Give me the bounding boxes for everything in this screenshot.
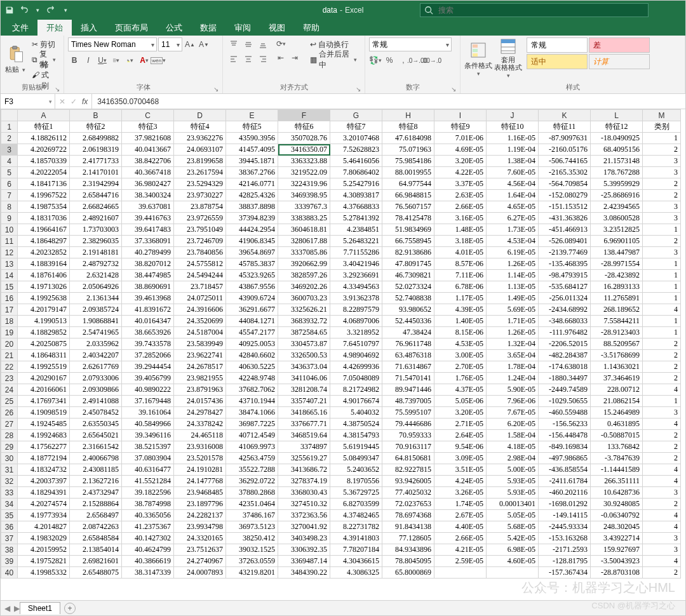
cell[interactable]: 77.128605 [382,533,434,544]
cell[interactable]: 3507028.76 [278,133,330,144]
cell[interactable]: 76.5607157 [382,201,434,213]
cell[interactable]: 23.878754 [174,201,226,213]
cell[interactable]: 4.37E-05 [434,384,487,396]
cell[interactable]: 1 [643,316,681,327]
row-header[interactable]: 16 [1,293,18,304]
cell[interactable]: 3.26E-05 [434,487,487,499]
cell[interactable]: 159.927697 [591,544,643,556]
cell[interactable]: 42840.6602 [226,350,278,361]
cell[interactable]: 38.3400324 [122,190,174,201]
cell[interactable]: -436.858554 [539,464,591,476]
qat-customize-icon[interactable]: ▾ [60,5,71,15]
cell[interactable]: 4.19875354 [18,201,70,213]
cell[interactable]: 39.2944454 [122,361,174,373]
row-header[interactable]: 4 [1,156,18,167]
cell[interactable]: -535.684127 [539,281,591,293]
formula-input[interactable]: 3416350.0700468 [92,94,685,109]
cell[interactable]: 1 [643,270,681,281]
cell[interactable]: 1.64E-04 [487,190,539,201]
cell[interactable]: -2160.05176 [539,144,591,156]
cell[interactable]: 4.20222054 [18,167,70,178]
cell[interactable]: -506.744165 [539,156,591,167]
cell[interactable]: 2.48921607 [70,213,122,224]
cell[interactable]: 4.19925638 [18,293,70,304]
cell[interactable]: 40712.4549 [226,430,278,441]
cell[interactable]: 4.19098519 [18,407,70,418]
row-header[interactable]: 17 [1,304,18,316]
decrease-font-icon[interactable]: A▼ [198,38,210,51]
cell[interactable]: 4.20290167 [18,373,70,384]
column-header[interactable]: A [18,110,70,121]
row-header[interactable]: 24 [1,384,18,396]
cell[interactable]: 24.3320165 [174,533,226,544]
cell[interactable]: 1.26E-05 [487,258,539,270]
cell[interactable]: 133.76842 [591,441,643,453]
cell[interactable]: 3.00E-05 [434,350,487,361]
cell[interactable]: 8.21724982 [330,384,382,396]
cell[interactable]: 3 [643,544,681,556]
cell[interactable]: 24.0157436 [174,396,226,407]
cell[interactable]: 78.8045095 [382,556,434,567]
cell[interactable]: -1880.34497 [539,373,591,384]
cell[interactable]: 7.80686402 [330,167,382,178]
cell[interactable]: 41906.8345 [226,236,278,247]
cell[interactable]: 4.37482465 [330,510,382,521]
cell[interactable]: 3.3218952 [330,327,382,338]
row-header[interactable]: 8 [1,201,18,213]
cell[interactable]: 3304573.87 [278,338,330,350]
cell[interactable]: 2.98E-04 [487,453,539,464]
cell[interactable]: 5.61919445 [330,441,382,453]
cell[interactable]: 4.20179147 [18,304,70,316]
cell[interactable]: 2.43732947 [70,487,122,499]
cell[interactable]: 3306392.35 [278,544,330,556]
cell[interactable]: 23.7246709 [174,236,226,247]
cell[interactable]: 3600703.23 [278,293,330,304]
cell[interactable]: 47.6184098 [382,133,434,144]
cell[interactable]: 38837.8898 [226,201,278,213]
cell[interactable]: 6.27E-05 [487,213,539,224]
cell[interactable]: -0.50887015 [591,430,643,441]
cell[interactable]: 37.3368091 [122,236,174,247]
cell[interactable]: 1.90868841 [70,316,122,327]
cell[interactable]: 1.76E-05 [434,373,487,384]
cell[interactable]: 5.00E-05 [487,464,539,476]
cell[interactable]: 6.20E-05 [487,418,539,430]
cell[interactable]: 1.17E-05 [434,293,487,304]
row-header[interactable]: 22 [1,361,18,373]
row-header[interactable]: 10 [1,224,18,236]
cell[interactable]: 3 [643,533,681,544]
cell[interactable]: 3.18E-05 [434,236,487,247]
cell[interactable]: 1.19E-04 [487,144,539,156]
cell[interactable]: 82.9138686 [382,247,434,258]
cell[interactable]: 2 [643,338,681,350]
cell[interactable]: 3469398.95 [278,190,330,201]
cell[interactable]: 16.2893133 [591,281,643,293]
row-header[interactable]: 23 [1,373,18,384]
cell[interactable]: -2139.77469 [539,247,591,258]
cell[interactable]: 2 [643,373,681,384]
cell[interactable]: 23.7951049 [174,224,226,236]
cell[interactable]: 24.5755812 [174,258,226,270]
cell[interactable]: 4 [643,304,681,316]
cell[interactable]: 39.4613968 [122,293,174,304]
cell[interactable]: 3.29236691 [330,270,382,281]
row-header[interactable]: 37 [1,533,18,544]
cell[interactable]: 75.9854186 [382,156,434,167]
align-center-icon[interactable] [241,52,255,66]
cell[interactable]: 2.69821601 [70,556,122,567]
cell[interactable]: 2.54741965 [70,327,122,338]
cell[interactable]: 91.8434138 [382,521,434,533]
cell[interactable]: 4.98904692 [330,350,382,361]
cell[interactable]: 48.7397005 [382,396,434,407]
cell[interactable]: 1 [643,224,681,236]
cell[interactable]: 4.19713026 [18,281,70,293]
cell[interactable]: 1.14363021 [591,361,643,373]
cell[interactable]: 4 [643,476,681,487]
cell[interactable]: 36291.6677 [226,304,278,316]
cell[interactable]: 3.16E-05 [434,213,487,224]
row-header[interactable]: 7 [1,190,18,201]
cell[interactable]: 4.65E-05 [487,201,539,213]
cell[interactable]: 特征3 [122,121,174,133]
cell[interactable]: 3920662.99 [278,258,330,270]
cell[interactable]: 6.82703599 [330,499,382,510]
